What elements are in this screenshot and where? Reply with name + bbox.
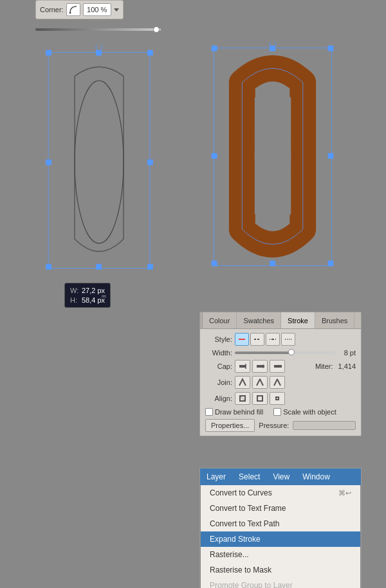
svg-rect-7 <box>46 264 51 270</box>
align-center-btn[interactable] <box>252 392 268 405</box>
style-dotted-btn[interactable] <box>281 333 295 346</box>
layer-dropdown-menu: Convert to Curves ⌘↩ Convert to Text Fra… <box>200 485 361 588</box>
join-label: Join: <box>205 379 232 386</box>
corner-dropdown-arrow[interactable] <box>114 8 119 12</box>
width-pt-value: 8 pt <box>338 349 356 357</box>
svg-rect-9 <box>147 264 153 270</box>
miter-label: Miter: <box>315 362 333 370</box>
svg-point-30 <box>262 365 265 368</box>
join-miter-btn[interactable] <box>235 376 250 389</box>
style-dotdash-btn[interactable] <box>266 333 280 346</box>
canvas-area: W: 27,2 px H: 58,4 px ∞ Colour Swatches … <box>0 35 386 588</box>
svg-point-10 <box>96 45 102 51</box>
menu-tab-select[interactable]: Select <box>232 468 266 485</box>
corner-icon-box[interactable] <box>66 3 80 16</box>
right-shape <box>206 42 341 273</box>
cap-square-btn[interactable] <box>270 360 285 373</box>
checkbox-row: Draw behind fill Scale with object <box>205 408 356 416</box>
svg-rect-35 <box>276 397 279 400</box>
join-row: Join: <box>205 376 356 389</box>
svg-rect-20 <box>328 261 334 267</box>
svg-rect-8 <box>96 264 102 270</box>
menu-item-rasterise-mask[interactable]: Rasterise to Mask <box>201 562 360 578</box>
svg-rect-1 <box>48 53 150 269</box>
panel-tabs: Colour Swatches Stroke Brushes <box>200 312 361 329</box>
menu-item-convert-text-path[interactable]: Convert to Text Path <box>201 516 360 531</box>
align-outside-btn[interactable] <box>270 392 285 405</box>
corner-label: Corner: <box>40 6 64 13</box>
cap-butt-btn[interactable] <box>235 360 250 373</box>
menu-item-promote-group: Promote Group to Layer <box>201 578 360 588</box>
pressure-bar[interactable] <box>293 421 356 430</box>
svg-rect-29 <box>257 365 262 368</box>
width-slider-fill <box>235 352 290 354</box>
menu-item-expand-stroke[interactable]: Expand Stroke <box>201 531 360 547</box>
align-buttons <box>235 392 285 405</box>
dimensions-box: W: 27,2 px H: 58,4 px ∞ <box>64 283 111 308</box>
svg-rect-16 <box>212 153 217 159</box>
menu-tab-window[interactable]: Window <box>296 468 336 485</box>
align-inside-btn[interactable] <box>235 392 250 405</box>
style-row: Style: <box>205 333 356 346</box>
corner-toolbar: Corner: 100 % <box>35 0 124 19</box>
menu-item-rasterise[interactable]: Rasterise... <box>201 547 360 562</box>
cap-row: Cap: Miter: 1,414 <box>205 360 356 373</box>
stroke-panel: Colour Swatches Stroke Brushes Style: <box>199 312 362 436</box>
style-solid-btn[interactable] <box>235 333 249 346</box>
menu-tab-layer[interactable]: Layer <box>200 468 232 485</box>
svg-point-0 <box>69 12 71 14</box>
cap-buttons <box>235 360 285 373</box>
join-round-btn[interactable] <box>252 376 268 389</box>
menu-item-convert-curves[interactable]: Convert to Curves ⌘↩ <box>201 485 360 501</box>
style-buttons <box>235 333 295 346</box>
props-row: Properties... Pressure: <box>205 419 356 432</box>
properties-button[interactable]: Properties... <box>205 419 255 432</box>
bottom-menubar: Layer Select View Window Convert to Curv… <box>199 468 362 588</box>
scale-with-object-checkbox[interactable] <box>273 408 281 416</box>
width-slider[interactable] <box>235 352 335 354</box>
tab-colour[interactable]: Colour <box>203 312 237 328</box>
menu-tab-view[interactable]: View <box>266 468 296 485</box>
svg-rect-2 <box>46 50 51 56</box>
corner-slider[interactable] <box>35 27 161 32</box>
pressure-label: Pressure: <box>259 422 289 429</box>
svg-rect-4 <box>147 50 153 56</box>
cap-label: Cap: <box>205 362 232 370</box>
svg-rect-5 <box>46 159 51 165</box>
corner-slider-thumb[interactable] <box>153 26 160 33</box>
width-row-label: Width: <box>205 349 232 357</box>
panel-body: Style: Width <box>200 329 361 436</box>
svg-point-22 <box>255 85 291 227</box>
svg-rect-6 <box>147 159 153 165</box>
cap-round-btn[interactable] <box>252 360 268 373</box>
svg-line-33 <box>240 396 245 401</box>
tab-swatches[interactable]: Swatches <box>237 312 281 328</box>
width-slider-thumb[interactable] <box>288 349 295 355</box>
menu-item-convert-text-frame[interactable]: Convert to Text Frame <box>201 501 360 516</box>
svg-rect-27 <box>239 365 246 368</box>
align-label: Align: <box>205 395 232 402</box>
style-dash-btn[interactable] <box>250 333 264 346</box>
svg-rect-18 <box>212 261 217 267</box>
svg-rect-34 <box>257 396 262 401</box>
svg-rect-19 <box>270 261 275 267</box>
width-label: W: <box>70 287 79 294</box>
svg-rect-17 <box>328 153 334 159</box>
style-label: Style: <box>205 335 232 343</box>
scale-with-object-item: Scale with object <box>273 408 336 416</box>
svg-rect-13 <box>212 46 217 51</box>
join-bevel-btn[interactable] <box>270 376 285 389</box>
draw-behind-fill-checkbox[interactable] <box>205 408 213 416</box>
scale-with-object-label: Scale with object <box>283 408 336 416</box>
align-row: Align: <box>205 392 356 405</box>
miter-value: 1,414 <box>338 362 356 370</box>
height-label: H: <box>70 296 79 304</box>
link-icon: ∞ <box>102 292 106 299</box>
corner-percent-value[interactable]: 100 % <box>83 3 111 16</box>
tab-brushes[interactable]: Brushes <box>315 312 354 328</box>
menubar-tabs: Layer Select View Window <box>200 468 361 485</box>
tab-stroke[interactable]: Stroke <box>281 312 315 328</box>
width-slider-row: Width: 8 pt <box>205 349 356 357</box>
svg-rect-15 <box>328 46 334 51</box>
svg-rect-31 <box>274 365 282 368</box>
